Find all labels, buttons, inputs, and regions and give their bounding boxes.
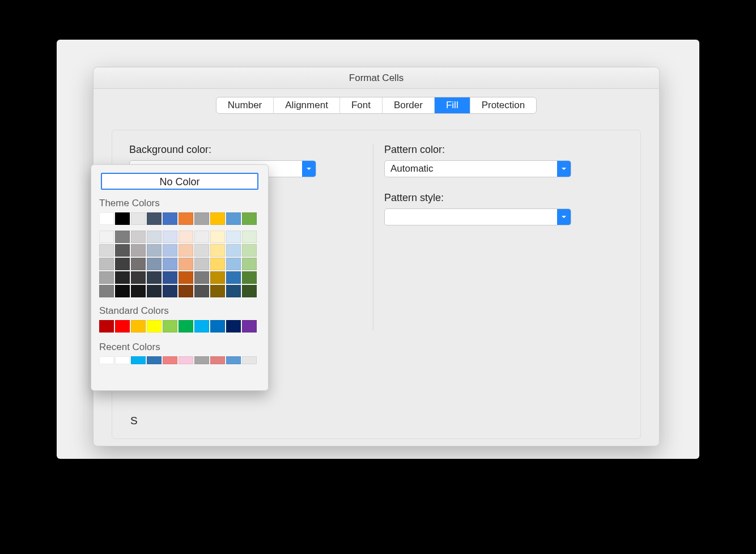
color-swatch[interactable] [131, 320, 146, 333]
color-swatch[interactable] [242, 212, 257, 225]
color-swatch[interactable] [163, 356, 177, 364]
swatch-row [99, 212, 260, 225]
chevron-down-icon [557, 161, 571, 177]
color-swatch[interactable] [115, 231, 130, 243]
color-swatch[interactable] [131, 231, 146, 243]
color-swatch[interactable] [163, 271, 177, 284]
color-swatch[interactable] [210, 212, 225, 225]
color-swatch[interactable] [147, 285, 162, 297]
color-swatch[interactable] [131, 271, 146, 284]
pattern-color-combo[interactable]: Automatic [384, 160, 571, 177]
color-swatch[interactable] [163, 244, 177, 257]
color-swatch[interactable] [194, 231, 209, 243]
color-swatch[interactable] [115, 356, 130, 364]
color-swatch[interactable] [131, 244, 146, 257]
standard-colors-row [99, 320, 260, 333]
color-swatch[interactable] [99, 258, 114, 270]
color-swatch[interactable] [194, 271, 209, 284]
tab-alignment[interactable]: Alignment [274, 97, 340, 113]
color-swatch[interactable] [147, 320, 162, 333]
color-swatch[interactable] [194, 212, 209, 225]
screenshot-canvas: Format Cells Number Alignment Font Borde… [57, 40, 699, 459]
recent-colors-title: Recent Colors [99, 342, 260, 353]
color-swatch[interactable] [147, 356, 162, 364]
color-swatch[interactable] [226, 356, 241, 364]
color-swatch[interactable] [242, 320, 257, 333]
color-swatch[interactable] [99, 285, 114, 297]
color-swatch[interactable] [194, 244, 209, 257]
color-swatch[interactable] [194, 320, 209, 333]
color-swatch[interactable] [210, 244, 225, 257]
color-swatch[interactable] [226, 285, 241, 297]
color-swatch[interactable] [179, 320, 193, 333]
color-swatch[interactable] [99, 271, 114, 284]
color-swatch[interactable] [242, 285, 257, 297]
color-swatch[interactable] [115, 212, 130, 225]
color-swatch[interactable] [147, 244, 162, 257]
tab-fill[interactable]: Fill [435, 97, 470, 113]
color-swatch[interactable] [242, 258, 257, 270]
color-swatch[interactable] [163, 258, 177, 270]
color-swatch[interactable] [226, 271, 241, 284]
color-swatch[interactable] [131, 258, 146, 270]
color-swatch[interactable] [179, 212, 193, 225]
color-swatch[interactable] [179, 271, 193, 284]
color-swatch[interactable] [210, 320, 225, 333]
color-swatch[interactable] [99, 356, 114, 364]
tab-font[interactable]: Font [340, 97, 383, 113]
tab-number[interactable]: Number [216, 97, 274, 113]
pattern-color-value: Automatic [385, 163, 557, 174]
color-swatch[interactable] [99, 244, 114, 257]
swatch-row [99, 271, 260, 284]
color-swatch[interactable] [242, 356, 257, 364]
color-swatch[interactable] [226, 320, 241, 333]
color-swatch[interactable] [147, 258, 162, 270]
color-swatch[interactable] [210, 285, 225, 297]
tab-bar: Number Alignment Font Border Fill Protec… [216, 97, 537, 114]
color-swatch[interactable] [115, 320, 130, 333]
color-swatch[interactable] [163, 320, 177, 333]
color-swatch[interactable] [194, 258, 209, 270]
tab-protection[interactable]: Protection [470, 97, 537, 113]
color-swatch[interactable] [194, 356, 209, 364]
color-swatch[interactable] [179, 231, 193, 243]
color-swatch[interactable] [99, 212, 114, 225]
color-swatch[interactable] [163, 212, 177, 225]
color-swatch[interactable] [147, 271, 162, 284]
tab-border[interactable]: Border [383, 97, 435, 113]
color-swatch[interactable] [163, 285, 177, 297]
theme-colors-title: Theme Colors [99, 198, 260, 209]
color-swatch[interactable] [226, 244, 241, 257]
color-swatch[interactable] [242, 231, 257, 243]
color-swatch[interactable] [226, 231, 241, 243]
color-swatch[interactable] [242, 271, 257, 284]
pattern-style-combo[interactable] [384, 208, 571, 225]
color-swatch[interactable] [99, 231, 114, 243]
color-swatch[interactable] [210, 356, 225, 364]
color-swatch[interactable] [115, 258, 130, 270]
color-swatch[interactable] [242, 244, 257, 257]
color-swatch[interactable] [131, 212, 146, 225]
color-swatch[interactable] [131, 285, 146, 297]
no-color-button[interactable]: No Color [101, 173, 258, 190]
dialog-title: Format Cells [94, 67, 659, 89]
color-swatch[interactable] [179, 285, 193, 297]
color-swatch[interactable] [210, 271, 225, 284]
color-swatch[interactable] [179, 258, 193, 270]
color-swatch[interactable] [115, 271, 130, 284]
color-swatch[interactable] [115, 285, 130, 297]
color-swatch[interactable] [179, 244, 193, 257]
sample-label-fragment: S [130, 415, 138, 427]
color-swatch[interactable] [131, 356, 146, 364]
color-swatch[interactable] [99, 320, 114, 333]
color-swatch[interactable] [179, 356, 193, 364]
color-swatch[interactable] [226, 212, 241, 225]
color-swatch[interactable] [147, 231, 162, 243]
color-swatch[interactable] [210, 231, 225, 243]
color-swatch[interactable] [163, 231, 177, 243]
color-swatch[interactable] [115, 244, 130, 257]
color-swatch[interactable] [226, 258, 241, 270]
color-swatch[interactable] [194, 285, 209, 297]
color-swatch[interactable] [147, 212, 162, 225]
color-swatch[interactable] [210, 258, 225, 270]
